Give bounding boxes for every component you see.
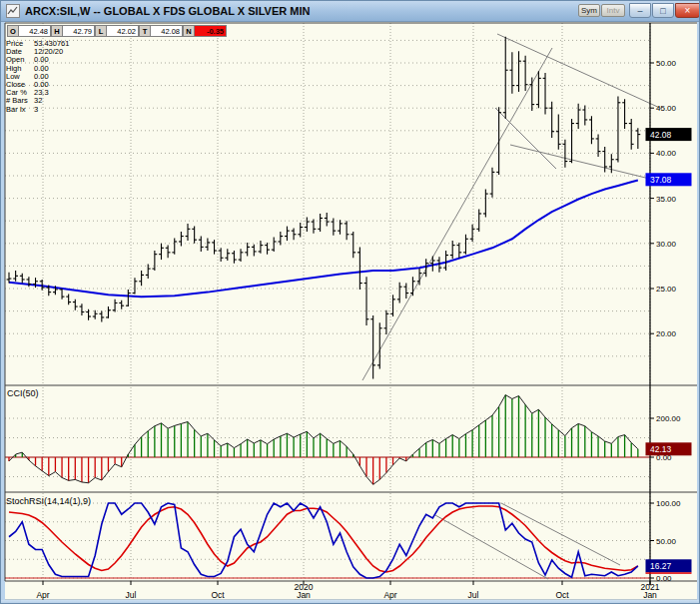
svg-text:Oct: Oct xyxy=(211,590,225,600)
svg-text:37.08: 37.08 xyxy=(650,175,672,185)
quote-bar: O42.48H42.79L42.02T42.08N-0.35 xyxy=(7,25,227,37)
svg-text:45.00: 45.00 xyxy=(656,104,677,113)
quote-label-H: H xyxy=(51,25,62,37)
quote-label-O: O xyxy=(7,25,18,37)
ma-value-badge: 37.08 xyxy=(646,173,692,186)
cci-panel-label: CCI(50) xyxy=(7,388,39,398)
svg-text:Apr: Apr xyxy=(383,590,396,600)
svg-text:Jan: Jan xyxy=(643,590,657,600)
quote-value-L: 42.02 xyxy=(106,25,139,37)
stochrsi-panel-label: StochRSI(14,14(1),9) xyxy=(6,496,91,506)
svg-text:30.00: 30.00 xyxy=(656,240,677,249)
cci-value-badge: 42.13 xyxy=(646,442,692,455)
stochrsi-value-badge: 16.27 xyxy=(646,559,692,574)
svg-text:Jul: Jul xyxy=(126,590,137,600)
svg-text:42.08: 42.08 xyxy=(650,130,672,140)
cursor-info-panel: Price53.430761Date12/20/20Open0.00High0.… xyxy=(6,40,69,114)
quote-label-N: N xyxy=(183,25,194,37)
window-bottom-border xyxy=(1,600,700,604)
svg-text:50.00: 50.00 xyxy=(656,59,677,68)
svg-text:35.00: 35.00 xyxy=(656,195,677,204)
quote-label-L: L xyxy=(95,25,106,37)
svg-text:200.00: 200.00 xyxy=(656,414,681,423)
quote-value-H: 42.79 xyxy=(62,25,95,37)
quote-value-N: -0.35 xyxy=(194,25,227,37)
info-row: Bar Ix3 xyxy=(6,106,69,114)
svg-text:Jan: Jan xyxy=(297,590,311,600)
svg-text:Oct: Oct xyxy=(555,590,569,600)
last-price-badge: 42.08 xyxy=(646,128,692,141)
quote-label-T: T xyxy=(139,25,150,37)
svg-text:Apr: Apr xyxy=(36,590,49,600)
svg-text:42.13: 42.13 xyxy=(650,444,672,454)
svg-text:Jul: Jul xyxy=(468,590,479,600)
svg-text:25.00: 25.00 xyxy=(656,285,677,294)
svg-text:16.27: 16.27 xyxy=(650,561,672,571)
quote-value-O: 42.48 xyxy=(18,25,51,37)
svg-text:20.00: 20.00 xyxy=(656,329,677,338)
quote-value-T: 42.08 xyxy=(150,25,183,37)
svg-text:40.00: 40.00 xyxy=(656,149,677,158)
chart-window: ARCX:SIL,W -- GLOBAL X FDS GLOBAL X SILV… xyxy=(0,0,700,604)
price-chart-svg[interactable]: 50.0045.0040.0035.0030.0025.0020.00200.0… xyxy=(1,1,700,604)
svg-text:100.00: 100.00 xyxy=(656,499,681,508)
svg-text:50.00: 50.00 xyxy=(656,537,677,546)
